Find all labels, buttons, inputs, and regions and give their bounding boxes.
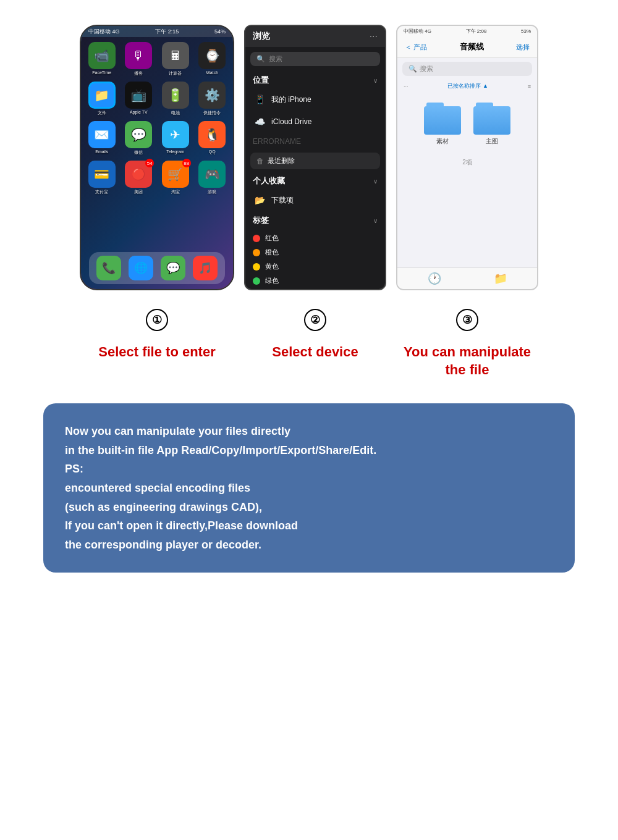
fm-battery: 53% bbox=[521, 28, 531, 34]
step-1-label: Select file to enter bbox=[80, 343, 234, 379]
folder-sucai[interactable]: 素材 bbox=[424, 103, 461, 146]
app-podcast[interactable]: 🎙 播客 bbox=[123, 42, 155, 77]
info-box: Now you can manipulate your files direct… bbox=[43, 403, 575, 573]
fm-select-button[interactable]: 选择 bbox=[516, 43, 530, 52]
step-2-label: Select device bbox=[244, 343, 386, 379]
search-bar-2[interactable]: 🔍 搜索 bbox=[250, 52, 380, 66]
app-game[interactable]: 🎮 游戏 bbox=[197, 161, 229, 195]
tags-chevron: ∨ bbox=[373, 217, 378, 224]
folder-zhutou[interactable]: 主图 bbox=[473, 103, 510, 146]
file-browser-screenshot: 浏览 ··· 🔍 搜索 位置 ∨ 📱 我的 iPhone ☁️ iCloud D… bbox=[244, 25, 386, 290]
fm-search-placeholder: 搜索 bbox=[420, 64, 433, 74]
app-appletv[interactable]: 📺 Apple TV bbox=[123, 82, 155, 116]
app-telegram[interactable]: ✈ Telegram bbox=[159, 121, 192, 156]
app-email[interactable]: ✉️ Emails bbox=[86, 121, 118, 156]
step-2-number-container: ② bbox=[244, 309, 386, 331]
fm-bottom-bar: 🕐 📁 bbox=[397, 267, 537, 289]
labels-row: Select file to enter Select device You c… bbox=[12, 343, 606, 379]
location-error: ERRORNAME bbox=[245, 133, 385, 150]
app-qq[interactable]: 🐧 QQ bbox=[197, 121, 229, 156]
info-line: Now you can manipulate your files direct… bbox=[65, 422, 553, 441]
phone-status-bar: 中国移动 4G 下午 2:15 54% bbox=[81, 26, 233, 37]
fm-recent-icon[interactable]: 🕐 bbox=[428, 272, 441, 285]
fm-folders: 素材 主图 bbox=[397, 93, 537, 156]
app-battery[interactable]: 🔋 电池 bbox=[159, 82, 192, 116]
tag-yellow-dot bbox=[253, 263, 260, 271]
screenshots-row: 中国移动 4G 下午 2:15 54% 📹 FaceTime 🎙 播客 🖩 计算… bbox=[12, 25, 606, 290]
dock-messages[interactable]: 💬 bbox=[161, 256, 185, 280]
status-battery: 54% bbox=[214, 28, 226, 35]
tag-red-label: 红色 bbox=[265, 233, 279, 243]
fm-search-icon: 🔍 bbox=[408, 65, 417, 73]
step-3-label: You can manipulate the file bbox=[396, 343, 538, 379]
browser-dots: ··· bbox=[370, 31, 378, 42]
dock-bar: 📞 🌐 💬 🎵 bbox=[89, 252, 225, 284]
icloud-label: iCloud Drive bbox=[271, 117, 311, 126]
app-wechat[interactable]: 💬 微信 bbox=[123, 121, 155, 156]
steps-row: ① ② ③ bbox=[12, 309, 606, 331]
status-time: 下午 2:15 bbox=[155, 28, 179, 36]
fm-search[interactable]: 🔍 搜索 bbox=[402, 62, 532, 76]
fm-list-icon[interactable]: ≡ bbox=[528, 83, 531, 90]
tags-title: 标签 bbox=[253, 215, 269, 226]
iphone-label: 我的 iPhone bbox=[271, 94, 311, 105]
fm-browse-icon[interactable]: 📁 bbox=[494, 272, 507, 285]
step-1-circle: ① bbox=[146, 309, 168, 331]
app-facetime[interactable]: 📹 FaceTime bbox=[86, 42, 118, 77]
location-downloads[interactable]: 📂 下载项 bbox=[245, 189, 385, 211]
iphone-icon: 📱 bbox=[253, 93, 266, 106]
app-calculator[interactable]: 🖩 计算器 bbox=[159, 42, 192, 77]
tag-red-dot bbox=[253, 235, 260, 242]
download-icon: 📂 bbox=[253, 193, 266, 207]
app-meituan[interactable]: 🔴 54 美团 bbox=[123, 161, 155, 195]
step-2-circle: ② bbox=[304, 309, 326, 331]
app-watch[interactable]: ⌚ Watch bbox=[197, 42, 229, 77]
tag-orange-dot bbox=[253, 249, 260, 256]
locations-header: 位置 ∨ bbox=[245, 71, 385, 88]
app-shortcuts[interactable]: ⚙️ 快捷指令 bbox=[197, 82, 229, 116]
icloud-icon: ☁️ bbox=[253, 115, 266, 128]
fm-title: 音频线 bbox=[460, 41, 484, 52]
locations-title: 位置 bbox=[253, 75, 269, 86]
dock-phone[interactable]: 📞 bbox=[96, 256, 121, 280]
info-line: encountered special encoding files bbox=[65, 479, 553, 498]
fm-time: 下午 2:08 bbox=[466, 28, 487, 35]
dock-safari[interactable]: 🌐 bbox=[129, 256, 153, 280]
locations-chevron: ∨ bbox=[373, 77, 378, 84]
location-icloud[interactable]: ☁️ iCloud Drive bbox=[245, 111, 385, 133]
location-iphone[interactable]: 📱 我的 iPhone bbox=[245, 88, 385, 111]
downloads-label: 下载项 bbox=[271, 195, 294, 206]
app-alipay[interactable]: 💳 支付宝 bbox=[86, 161, 118, 195]
step-3-circle: ③ bbox=[456, 309, 478, 331]
trash-icon: 🗑 bbox=[256, 157, 264, 166]
tag-green[interactable]: 绿色 bbox=[253, 274, 378, 288]
tag-green-label: 绿色 bbox=[265, 276, 279, 285]
status-carrier: 中国移动 4G bbox=[88, 28, 120, 36]
phone-screenshot: 中国移动 4G 下午 2:15 54% 📹 FaceTime 🎙 播客 🖩 计算… bbox=[80, 25, 234, 290]
tag-green-dot bbox=[253, 277, 260, 285]
info-line: If you can't open it directly,Please dow… bbox=[65, 516, 553, 536]
personal-chevron: ∨ bbox=[373, 178, 378, 185]
browser-title: 浏览 bbox=[253, 31, 270, 42]
fm-dots: ··· bbox=[404, 83, 408, 90]
step-3-number-container: ③ bbox=[396, 309, 538, 331]
personal-header: 个人收藏 ∨ bbox=[245, 172, 385, 189]
search-placeholder-2: 搜索 bbox=[269, 54, 282, 64]
fm-nav-bar: ＜ 产品 音频线 选择 bbox=[397, 36, 537, 58]
tags-header: 标签 ∨ bbox=[245, 211, 385, 229]
recent-delete[interactable]: 🗑 最近删除 bbox=[250, 153, 380, 169]
tag-yellow[interactable]: 黄色 bbox=[253, 259, 378, 274]
tags-section: 红色 橙色 黄色 绿色 bbox=[245, 229, 385, 290]
fm-back-button[interactable]: ＜ 产品 bbox=[405, 43, 427, 52]
tag-red[interactable]: 红色 bbox=[253, 231, 378, 245]
folder-sucai-label: 素材 bbox=[436, 137, 449, 146]
dock-music[interactable]: 🎵 bbox=[193, 256, 218, 280]
personal-title: 个人收藏 bbox=[253, 175, 285, 187]
tag-yellow-label: 黄色 bbox=[265, 262, 279, 271]
info-line: (such as engineering drawings CAD), bbox=[65, 498, 553, 517]
app-taobao[interactable]: 🛒 88 淘宝 bbox=[159, 161, 192, 195]
app-files[interactable]: 📁 文件 bbox=[86, 82, 118, 116]
fm-status-bar: 中国移动 4G 下午 2:08 53% bbox=[397, 26, 537, 36]
fm-sort-label[interactable]: 已按名称排序 ▲ bbox=[447, 82, 488, 90]
tag-orange[interactable]: 橙色 bbox=[253, 245, 378, 259]
